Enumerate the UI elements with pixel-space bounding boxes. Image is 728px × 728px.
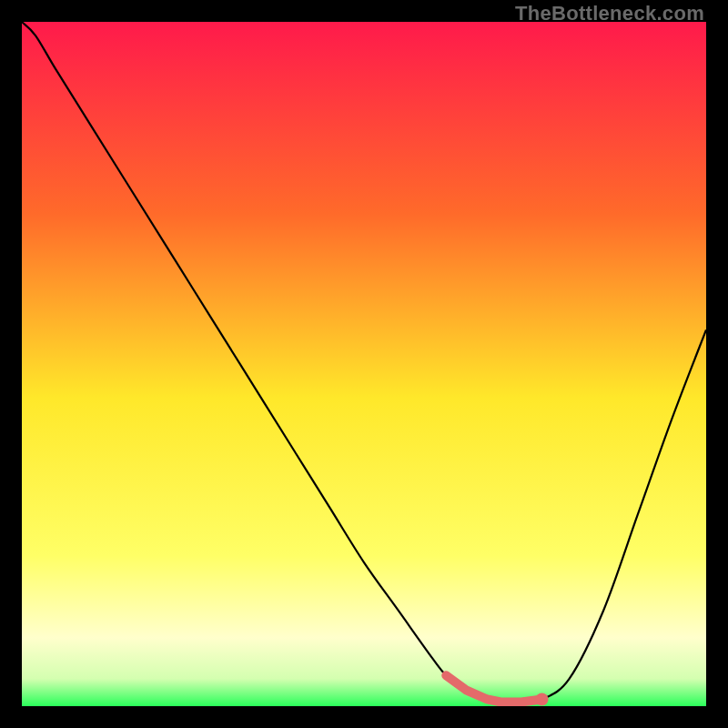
bottleneck-curve [22, 22, 706, 706]
plot-area [22, 22, 706, 706]
svg-point-1 [536, 693, 549, 705]
chart-frame [22, 22, 706, 706]
watermark-text: TheBottleneck.com [515, 2, 704, 25]
